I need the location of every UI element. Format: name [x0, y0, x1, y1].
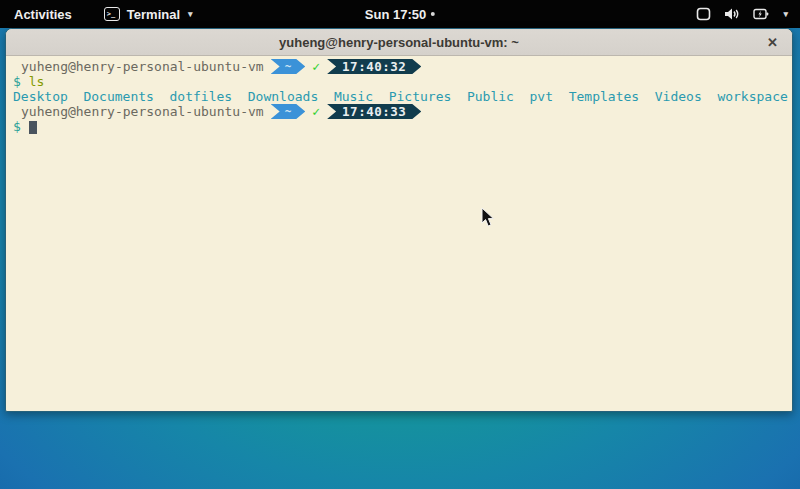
top-bar: Activities >_ Terminal ▾ Sun 17:50 — [0, 0, 800, 28]
command-text: ls — [29, 74, 45, 89]
status-check-icon: ✓ — [312, 104, 320, 119]
directory-name: Documents — [83, 89, 153, 104]
cwd-segment: ~ — [271, 59, 306, 74]
terminal-icon: >_ — [104, 7, 120, 21]
prompt-line: yuheng@henry-personal-ubuntu-vm ~ ✓ 17:4… — [13, 59, 788, 74]
directory-name: Pictures — [389, 89, 452, 104]
system-tray[interactable]: ▾ — [696, 0, 800, 28]
app-menu-label: Terminal — [127, 7, 180, 22]
terminal-content[interactable]: yuheng@henry-personal-ubuntu-vm ~ ✓ 17:4… — [6, 56, 792, 411]
status-check-icon: ✓ — [312, 59, 320, 74]
directory-name: Templates — [569, 89, 639, 104]
window-title: yuheng@henry-personal-ubuntu-vm: ~ — [279, 35, 519, 50]
terminal-window: yuheng@henry-personal-ubuntu-vm: ~ ✕ yuh… — [5, 28, 793, 412]
close-button[interactable]: ✕ — [762, 32, 783, 53]
chevron-down-icon: ▾ — [188, 9, 193, 19]
screen-icon — [696, 7, 711, 21]
active-prompt-line: $ — [13, 119, 788, 134]
clock-button[interactable]: Sun 17:50 — [365, 0, 435, 28]
command-line: $ ls — [13, 74, 788, 89]
directory-name: Desktop — [13, 89, 68, 104]
user-host: yuheng@henry-personal-ubuntu-vm — [21, 104, 264, 119]
volume-icon — [724, 7, 740, 21]
activities-button[interactable]: Activities — [0, 0, 82, 28]
user-host: yuheng@henry-personal-ubuntu-vm — [21, 59, 264, 74]
ls-output: DesktopDocumentsdotfilesDownloadsMusicPi… — [13, 89, 788, 104]
directory-name: Music — [334, 89, 373, 104]
window-titlebar[interactable]: yuheng@henry-personal-ubuntu-vm: ~ ✕ — [6, 29, 792, 56]
activities-label: Activities — [14, 7, 72, 22]
directory-name: Downloads — [248, 89, 318, 104]
app-menu-terminal[interactable]: >_ Terminal ▾ — [98, 0, 199, 28]
time-segment: 17:40:32 — [327, 59, 421, 74]
clock-label: Sun 17:50 — [365, 7, 426, 22]
directory-name: Public — [467, 89, 514, 104]
prompt-line: yuheng@henry-personal-ubuntu-vm ~ ✓ 17:4… — [13, 104, 788, 119]
directory-name: dotfiles — [170, 89, 233, 104]
directory-name: pvt — [530, 89, 553, 104]
chevron-down-icon: ▾ — [783, 9, 788, 19]
notification-dot — [431, 12, 435, 16]
prompt-symbol: $ — [13, 119, 21, 134]
text-cursor — [29, 121, 37, 134]
prompt-symbol: $ — [13, 74, 21, 89]
directory-name: Videos — [655, 89, 702, 104]
directory-name: workspace — [717, 89, 787, 104]
cwd-segment: ~ — [271, 104, 306, 119]
time-segment: 17:40:33 — [327, 104, 421, 119]
battery-charging-icon — [753, 7, 769, 21]
